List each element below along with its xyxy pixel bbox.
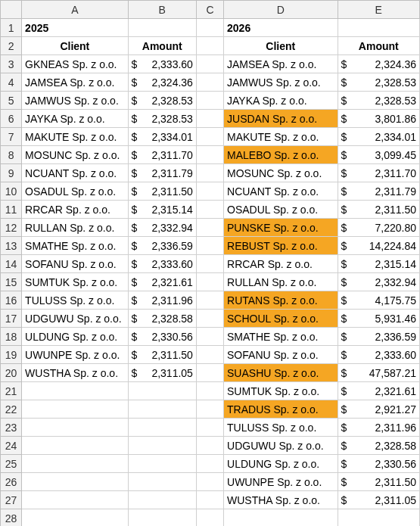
cell-A11[interactable]: RRCAR Sp. z o.o. (22, 201, 129, 219)
cell-A4[interactable]: JAMSEA Sp. z o.o. (22, 73, 129, 92)
cell-E19[interactable]: $2,333.60 (338, 346, 419, 364)
spreadsheet-grid[interactable]: ABCDE1202520262ClientAmountClientAmount3… (0, 0, 420, 526)
cell-B21[interactable] (128, 382, 196, 400)
cell-C13[interactable] (196, 237, 223, 255)
cell-D27[interactable]: WUSTHA Sp. z o.o. (224, 491, 338, 509)
cell-A22[interactable] (22, 400, 129, 419)
cell-C22[interactable] (196, 400, 223, 419)
cell-D20[interactable]: SUASHU Sp. z o.o. (224, 364, 338, 382)
cell-B9[interactable]: $2,311.79 (128, 164, 196, 182)
cell-C5[interactable] (196, 92, 223, 110)
cell-C19[interactable] (196, 346, 223, 364)
cell-E1[interactable] (338, 19, 419, 37)
cell-E20[interactable]: $47,587.21 (338, 364, 419, 382)
cell-A26[interactable] (22, 473, 129, 491)
cell-E27[interactable]: $2,311.05 (338, 491, 419, 509)
header-amount-left[interactable]: Amount (128, 37, 196, 55)
cell-D8[interactable]: MALEBO Sp. z o.o. (224, 146, 338, 164)
header-amount-right[interactable]: Amount (338, 37, 419, 55)
cell-D18[interactable]: SMATHE Sp. z o.o. (224, 328, 338, 346)
row-header-4[interactable]: 4 (1, 73, 22, 92)
cell-A20[interactable]: WUSTHA Sp. z o.o. (22, 364, 129, 382)
cell-C12[interactable] (196, 219, 223, 237)
cell-C23[interactable] (196, 419, 223, 437)
cell-A21[interactable] (22, 382, 129, 400)
cell-A3[interactable]: GKNEAS Sp. z o.o. (22, 55, 129, 73)
cell-E6[interactable]: $3,801.86 (338, 110, 419, 128)
cell-D13[interactable]: REBUST Sp. z o.o. (224, 237, 338, 255)
cell-A12[interactable]: RULLAN Sp. z o.o. (22, 219, 129, 237)
cell-C25[interactable] (196, 455, 223, 473)
row-header-9[interactable]: 9 (1, 164, 22, 182)
cell-E5[interactable]: $2,328.53 (338, 92, 419, 110)
cell-C18[interactable] (196, 328, 223, 346)
row-header-22[interactable]: 22 (1, 400, 22, 419)
cell-B24[interactable] (128, 437, 196, 455)
cell-C4[interactable] (196, 73, 223, 92)
cell-A6[interactable]: JAYKA Sp. z o.o. (22, 110, 129, 128)
cell-E17[interactable]: $5,931.46 (338, 310, 419, 328)
cell-E23[interactable]: $2,311.96 (338, 419, 419, 437)
cell-E13[interactable]: $14,224.84 (338, 237, 419, 255)
cell-D19[interactable]: SOFANU Sp. z o.o. (224, 346, 338, 364)
cell-C15[interactable] (196, 273, 223, 291)
cell-B8[interactable]: $2,311.70 (128, 146, 196, 164)
col-header-A[interactable]: A (22, 1, 129, 19)
cell-E26[interactable]: $2,311.50 (338, 473, 419, 491)
cell-C3[interactable] (196, 55, 223, 73)
cell-B5[interactable]: $2,328.53 (128, 92, 196, 110)
cell-E24[interactable]: $2,328.58 (338, 437, 419, 455)
row-header-18[interactable]: 18 (1, 328, 22, 346)
cell-B16[interactable]: $2,311.96 (128, 291, 196, 310)
cell-C21[interactable] (196, 382, 223, 400)
cell-C20[interactable] (196, 364, 223, 382)
header-client-left[interactable]: Client (22, 37, 129, 55)
cell-C6[interactable] (196, 110, 223, 128)
cell-B10[interactable]: $2,311.50 (128, 182, 196, 201)
cell-A14[interactable]: SOFANU Sp. z o.o. (22, 255, 129, 273)
row-header-19[interactable]: 19 (1, 346, 22, 364)
cell-D15[interactable]: RULLAN Sp. z o.o. (224, 273, 338, 291)
cell-E15[interactable]: $2,332.94 (338, 273, 419, 291)
cell-A28[interactable] (22, 509, 129, 527)
cell-A16[interactable]: TULUSS Sp. z o.o. (22, 291, 129, 310)
row-header-16[interactable]: 16 (1, 291, 22, 310)
cell-B19[interactable]: $2,311.50 (128, 346, 196, 364)
cell-C27[interactable] (196, 491, 223, 509)
cell-D6[interactable]: JUSDAN Sp. z o.o. (224, 110, 338, 128)
col-header-D[interactable]: D (224, 1, 338, 19)
row-header-23[interactable]: 23 (1, 419, 22, 437)
cell-E7[interactable]: $2,334.01 (338, 128, 419, 146)
cell-D17[interactable]: SCHOUL Sp. z o.o. (224, 310, 338, 328)
cell-A19[interactable]: UWUNPE Sp. z o.o. (22, 346, 129, 364)
cell-B11[interactable]: $2,315.14 (128, 201, 196, 219)
cell-D22[interactable]: TRADUS Sp. z o.o. (224, 400, 338, 419)
cell-E10[interactable]: $2,311.79 (338, 182, 419, 201)
row-header-7[interactable]: 7 (1, 128, 22, 146)
row-header-6[interactable]: 6 (1, 110, 22, 128)
cell-B3[interactable]: $2,333.60 (128, 55, 196, 73)
cell-C2[interactable] (196, 37, 223, 55)
cell-E14[interactable]: $2,315.14 (338, 255, 419, 273)
cell-B15[interactable]: $2,321.61 (128, 273, 196, 291)
cell-C26[interactable] (196, 473, 223, 491)
cell-E21[interactable]: $2,321.61 (338, 382, 419, 400)
cell-D25[interactable]: ULDUNG Sp. z o.o. (224, 455, 338, 473)
row-header-12[interactable]: 12 (1, 219, 22, 237)
cell-B23[interactable] (128, 419, 196, 437)
cell-B28[interactable] (128, 509, 196, 527)
cell-A24[interactable] (22, 437, 129, 455)
row-header-11[interactable]: 11 (1, 201, 22, 219)
cell-A1[interactable]: 2025 (22, 19, 129, 37)
row-header-2[interactable]: 2 (1, 37, 22, 55)
row-header-24[interactable]: 24 (1, 437, 22, 455)
cell-A13[interactable]: SMATHE Sp. z o.o. (22, 237, 129, 255)
cell-A10[interactable]: OSADUL Sp. z o.o. (22, 182, 129, 201)
cell-D1[interactable]: 2026 (224, 19, 338, 37)
cell-A7[interactable]: MAKUTE Sp. z o.o. (22, 128, 129, 146)
cell-B4[interactable]: $2,324.36 (128, 73, 196, 92)
cell-A17[interactable]: UDGUWU Sp. z o.o. (22, 310, 129, 328)
cell-D11[interactable]: OSADUL Sp. z o.o. (224, 201, 338, 219)
row-header-17[interactable]: 17 (1, 310, 22, 328)
cell-B1[interactable] (128, 19, 196, 37)
